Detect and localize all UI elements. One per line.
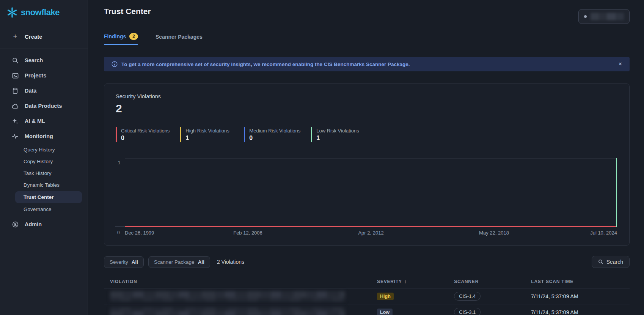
stat-critical: Critical Risk Violations 0 bbox=[116, 127, 170, 142]
sparkle-icon bbox=[11, 118, 19, 124]
column-header-scanner[interactable]: SCANNER bbox=[454, 279, 531, 284]
sidebar-item-trust-center[interactable]: Trust Center bbox=[15, 191, 82, 203]
scanner-id-pill: CIS-3.1 bbox=[454, 308, 481, 315]
series-low-line bbox=[616, 158, 617, 227]
sidebar-item-label: Monitoring bbox=[25, 133, 53, 139]
sidebar-item-label: AI & ML bbox=[25, 118, 45, 124]
close-icon[interactable]: × bbox=[619, 61, 622, 67]
severity-badge-low: Low bbox=[377, 309, 393, 315]
admin-badge-icon bbox=[11, 221, 19, 228]
findings-count-badge: 2 bbox=[129, 33, 138, 40]
sidebar-item-label: Admin bbox=[25, 221, 42, 227]
x-axis-labels: 0 Dec 26, 1999 Feb 12, 2006 Apr 2, 2012 … bbox=[125, 230, 617, 236]
severity-stats-row: Critical Risk Violations 0 High Risk Vio… bbox=[116, 127, 618, 142]
column-header-last-scan-time[interactable]: LAST SCAN TIME bbox=[531, 279, 624, 284]
info-banner: To get a more comprehensive set of secur… bbox=[104, 57, 630, 71]
tab-bar: Findings 2 Scanner Packages bbox=[104, 33, 644, 45]
x-tick: Apr 2, 2012 bbox=[358, 230, 383, 236]
logo-wordmark: snowflake bbox=[21, 8, 60, 17]
sidebar-item-label: Data bbox=[25, 88, 36, 94]
sidebar-item-label: Search bbox=[25, 57, 43, 63]
sidebar-item-query-history[interactable]: Query History bbox=[0, 144, 88, 156]
column-header-severity[interactable]: SEVERITY ↑ bbox=[377, 279, 454, 284]
sidebar-item-label: Data Products bbox=[25, 103, 62, 109]
x-axis-stub bbox=[115, 226, 125, 227]
sub-item-label: Governance bbox=[24, 206, 52, 212]
sidebar-item-data[interactable]: Data bbox=[0, 83, 88, 98]
y-tick-0: 0 bbox=[117, 230, 120, 235]
sub-item-label: Query History bbox=[24, 147, 55, 153]
sidebar-item-ai-ml[interactable]: AI & ML bbox=[0, 113, 88, 129]
gridline-y1 bbox=[125, 158, 617, 159]
violation-cell bbox=[110, 307, 377, 315]
sort-ascending-icon: ↑ bbox=[404, 279, 407, 284]
table-row[interactable]: High CIS-1.4 7/11/24, 5:37:09 AM bbox=[104, 288, 630, 304]
column-header-violation[interactable]: VIOLATION bbox=[110, 279, 377, 284]
sidebar-item-projects[interactable]: Projects bbox=[0, 68, 88, 83]
sidebar-item-monitoring[interactable]: Monitoring bbox=[0, 129, 88, 144]
tab-findings[interactable]: Findings 2 bbox=[104, 33, 138, 45]
search-icon bbox=[598, 259, 603, 265]
card-title: Security Violations bbox=[116, 93, 618, 99]
security-violations-card: Security Violations 2 Critical Risk Viol… bbox=[104, 83, 630, 246]
tab-scanner-packages[interactable]: Scanner Packages bbox=[156, 34, 203, 45]
y-tick-1: 1 bbox=[118, 160, 121, 165]
sub-item-label: Dynamic Tables bbox=[24, 182, 60, 188]
snowflake-mark-icon bbox=[6, 7, 18, 18]
search-button-label: Search bbox=[606, 259, 623, 265]
info-icon bbox=[112, 61, 118, 67]
violations-timeline-chart: 1 bbox=[125, 158, 617, 227]
plus-icon: + bbox=[11, 32, 19, 41]
snowflake-logo[interactable]: snowflake bbox=[0, 5, 88, 20]
cloud-icon bbox=[11, 103, 19, 109]
violation-text-redacted bbox=[110, 291, 345, 302]
sidebar: snowflake + Create Search Projects bbox=[0, 0, 88, 315]
filter-bar: Severity All Scanner Package All 2 Viola… bbox=[104, 256, 630, 268]
page-title: Trust Center bbox=[104, 7, 151, 16]
scanner-cell: CIS-1.4 bbox=[454, 292, 531, 301]
database-icon bbox=[11, 88, 19, 94]
x-tick: Jul 10, 2024 bbox=[590, 230, 617, 236]
banner-message: To get a more comprehensive set of secur… bbox=[121, 61, 410, 67]
severity-cell: Low bbox=[377, 309, 454, 315]
account-selector-button[interactable] bbox=[578, 9, 630, 24]
create-label: Create bbox=[25, 33, 42, 40]
sidebar-item-copy-history[interactable]: Copy History bbox=[0, 156, 88, 167]
stat-low: Low Risk Violations 1 bbox=[311, 127, 364, 142]
sub-item-label: Trust Center bbox=[24, 194, 54, 200]
table-row[interactable]: Low CIS-3.1 7/11/24, 5:37:09 AM bbox=[104, 304, 630, 315]
sidebar-item-label: Projects bbox=[25, 72, 46, 79]
x-tick: May 22, 2018 bbox=[479, 230, 509, 236]
series-critical-line bbox=[125, 226, 617, 227]
sidebar-item-task-history[interactable]: Task History bbox=[0, 167, 88, 179]
x-tick: Dec 26, 1999 bbox=[125, 230, 154, 236]
sidebar-item-data-products[interactable]: Data Products bbox=[0, 98, 88, 113]
severity-filter[interactable]: Severity All bbox=[104, 256, 144, 268]
scanner-cell: CIS-3.1 bbox=[454, 308, 531, 315]
scanner-id-pill: CIS-1.4 bbox=[454, 292, 481, 301]
create-button[interactable]: + Create bbox=[0, 29, 88, 44]
sub-item-label: Task History bbox=[24, 170, 52, 176]
stat-high: High Risk Violations 1 bbox=[180, 127, 233, 142]
sidebar-divider bbox=[0, 49, 88, 49]
main-content: Trust Center Findings 2 Scanner Packages… bbox=[88, 0, 644, 315]
search-icon bbox=[11, 57, 19, 64]
terminal-icon bbox=[11, 72, 19, 79]
sidebar-item-governance[interactable]: Governance bbox=[0, 203, 88, 215]
search-button[interactable]: Search bbox=[592, 256, 630, 268]
sidebar-item-search[interactable]: Search bbox=[0, 53, 88, 68]
scanner-package-filter[interactable]: Scanner Package All bbox=[148, 256, 210, 268]
last-scan-time: 7/11/24, 5:37:09 AM bbox=[531, 293, 624, 299]
violation-cell bbox=[110, 291, 377, 302]
x-tick: Feb 12, 2006 bbox=[233, 230, 262, 236]
severity-cell: High bbox=[377, 293, 454, 300]
violations-table: VIOLATION SEVERITY ↑ SCANNER LAST SCAN T… bbox=[104, 275, 630, 315]
violations-count: 2 Violations bbox=[217, 259, 244, 265]
violation-text-redacted bbox=[110, 307, 345, 315]
last-scan-time: 7/11/24, 5:37:09 AM bbox=[531, 309, 624, 315]
sidebar-item-dynamic-tables[interactable]: Dynamic Tables bbox=[0, 179, 88, 191]
stat-medium: Medium Risk Violations 0 bbox=[244, 127, 300, 142]
account-name-redacted bbox=[591, 13, 624, 20]
table-header-row: VIOLATION SEVERITY ↑ SCANNER LAST SCAN T… bbox=[104, 275, 630, 288]
sidebar-item-admin[interactable]: Admin bbox=[0, 217, 88, 232]
